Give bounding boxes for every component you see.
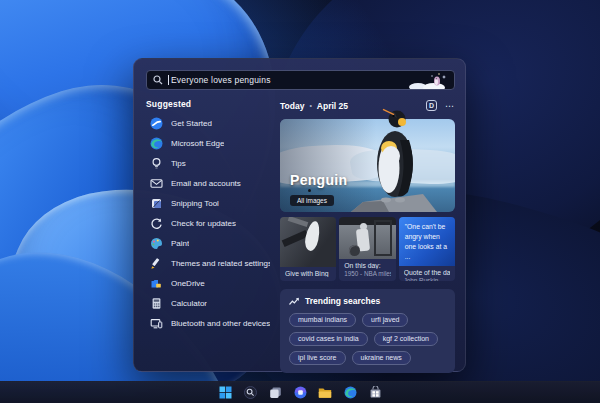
today-section: Today • April 25 D ⋯ [280,99,455,373]
quote-text: "One can't be angry when one looks at a … [405,222,449,261]
devices-icon [150,317,163,330]
search-input[interactable]: Everyone loves penguins [146,70,455,90]
on-this-day-image [339,217,395,259]
text-caret [168,75,169,85]
trending-pill[interactable]: kgf 2 collection [374,332,438,346]
card-caption: Give with Bing [285,270,331,277]
today-label: Today [280,101,304,111]
photo-shape [374,220,392,256]
attribution-dot [308,189,311,192]
file-explorer-button[interactable] [318,385,333,400]
trending-pill[interactable]: ipl live score [289,351,346,365]
suggested-item-label: Snipping Tool [171,199,219,208]
suggested-item-themes[interactable]: Themes and related settings [146,253,270,273]
task-view-button[interactable] [268,385,283,400]
store-bag-icon [369,386,382,399]
card-caption: Quote of the day: [404,269,450,276]
envelope-icon [150,177,163,190]
suggested-item-label: Calculator [171,299,207,308]
search-panel: Everyone loves penguins Suggested [133,58,466,372]
suggested-item-label: Tips [171,159,186,168]
widgets-button[interactable] [293,385,308,400]
edge-icon [344,386,357,399]
search-icon [153,75,163,85]
more-options-button[interactable]: ⋯ [445,103,455,109]
folder-icon [318,387,332,399]
trending-pill[interactable]: urfi javed [362,313,408,327]
trending-pill[interactable]: mumbai indians [289,313,356,327]
microsoft-store-button[interactable] [368,385,383,400]
suggested-item-calculator[interactable]: Calculator [146,293,270,313]
today-date: April 25 [317,101,348,111]
suggested-item-check-updates[interactable]: Check for updates [146,213,270,233]
suggested-item-label: OneDrive [171,279,205,288]
photo-shape [349,245,360,256]
hero-image-card[interactable]: Penguin All images [280,119,455,212]
taskbar-search-button[interactable] [243,385,258,400]
give-with-bing-image [280,217,336,267]
suggested-item-label: Get Started [171,119,212,128]
penguin-doodle-illustration [408,71,448,89]
trending-header: Trending searches [289,296,446,306]
today-separator: • [309,102,311,109]
bing-daily-badge[interactable]: D [426,100,437,111]
task-view-icon [269,386,282,399]
daily-cards-row: Give with Bing On this day: 1950 - NB [280,217,455,281]
suggested-item-email-accounts[interactable]: Email and accounts [146,173,270,193]
quote-of-the-day-card[interactable]: "One can't be angry when one looks at a … [399,217,455,281]
suggested-item-label: Bluetooth and other devices sett... [171,319,270,328]
get-started-icon [150,117,163,130]
trending-searches-card: Trending searches mumbai indians urfi ja… [280,289,455,373]
suggested-item-get-started[interactable]: Get Started [146,113,270,133]
trending-pill-list: mumbai indians urfi javed covid cases in… [289,313,446,365]
suggested-item-tips[interactable]: Tips [146,153,270,173]
suggested-title: Suggested [146,99,270,109]
suggested-item-bluetooth-devices[interactable]: Bluetooth and other devices sett... [146,313,270,333]
suggested-item-label: Email and accounts [171,179,241,188]
calculator-icon [150,297,163,310]
suggested-item-paint[interactable]: Paint [146,233,270,253]
refresh-icon [150,217,163,230]
start-button[interactable] [218,385,233,400]
suggested-item-label: Microsoft Edge [171,139,224,148]
trending-pill[interactable]: ukraine news [352,351,411,365]
panel-columns: Suggested Get Started Microsoft Edge Tip… [146,99,455,373]
suggested-item-label: Check for updates [171,219,236,228]
suggested-item-snipping-tool[interactable]: Snipping Tool [146,193,270,213]
give-with-bing-card[interactable]: Give with Bing [280,217,336,281]
search-query-text: Everyone loves penguins [171,75,271,85]
trending-pill[interactable]: covid cases in india [289,332,368,346]
paint-palette-icon [150,237,163,250]
suggested-item-onedrive[interactable]: OneDrive [146,273,270,293]
lightbulb-icon [150,157,163,170]
card-caption: On this day: [344,262,390,269]
windows-logo-icon [219,386,232,399]
quote-panel: "One can't be angry when one looks at a … [399,217,455,266]
all-images-button[interactable]: All images [290,195,334,206]
desktop: Everyone loves penguins Suggested [0,0,600,403]
pencil-icon [150,257,163,270]
widgets-icon [294,386,307,399]
on-this-day-card[interactable]: On this day: 1950 - NBA miles... [339,217,395,281]
snipping-tool-icon [150,197,163,210]
suggested-list: Get Started Microsoft Edge Tips Email an… [146,113,270,333]
card-subcaption: 1950 - NBA miles... [344,270,390,277]
trending-icon [289,297,299,306]
taskbar [0,381,600,403]
suggested-section: Suggested Get Started Microsoft Edge Tip… [146,99,270,373]
suggested-item-label: Themes and related settings [171,259,270,268]
photo-shape [288,217,309,227]
onedrive-icon [150,277,163,290]
suggested-item-microsoft-edge[interactable]: Microsoft Edge [146,133,270,153]
edge-icon [150,137,163,150]
card-subcaption: John Ruskin [404,277,450,281]
trending-title: Trending searches [305,296,380,306]
edge-taskbar-button[interactable] [343,385,358,400]
today-header: Today • April 25 D ⋯ [280,99,455,112]
suggested-item-label: Paint [171,239,189,248]
hero-title: Penguin [290,172,347,188]
search-orb-icon [244,386,257,399]
